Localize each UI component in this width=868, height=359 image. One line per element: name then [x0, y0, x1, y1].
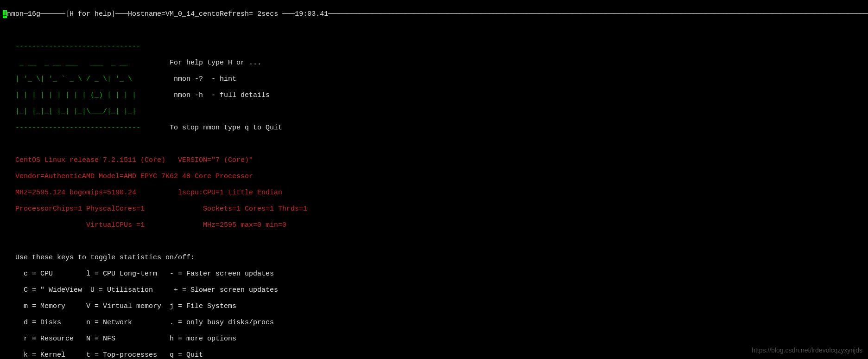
- sysinfo-mhz: MHz=2595.124 bogomips=5190.24 lscpu:CPU=…: [3, 189, 865, 197]
- nmon-logo-line: _ __ _ __ ___ ___ _ __: [3, 59, 170, 67]
- sysinfo-vcpu: VirtualCPUs =1 MHz=2595 max=0 min=0: [3, 221, 865, 230]
- help-text: To stop nmon type q to Quit: [170, 124, 282, 132]
- sysinfo-cpu: Vendor=AuthenticAMD Model=AMD EPYC 7K62 …: [3, 173, 865, 181]
- keys-row: k = Kernel t = Top-processes q = Quit: [3, 351, 865, 359]
- header-prefix: nmon─16g──────[H for help]───Hostname=: [7, 10, 165, 18]
- logo-row-5: |_| |_|_| |_| |_|\___/|_| |_|: [3, 108, 865, 116]
- nmon-logo-line: | '_ \| '_ ` _ \ / _ \| '_ \: [3, 75, 170, 83]
- nmon-logo-line: |_| |_|_| |_| |_|\___/|_| |_|: [3, 108, 170, 115]
- keys-row: r = Resource N = NFS h = more options: [3, 335, 865, 343]
- nmon-logo-line: | | | | | | | | | (_) | | | |: [3, 91, 170, 99]
- keys-row: c = CPU l = CPU Long-term - = Faster scr…: [3, 270, 865, 278]
- blank-row: [3, 237, 865, 246]
- logo-row-4: | | | | | | | | | (_) | | | | nmon -h - …: [3, 91, 865, 100]
- sysinfo-os: CentOS Linux release 7.2.1511 (Core) VER…: [3, 156, 865, 165]
- help-text: nmon -h - full details: [170, 91, 270, 99]
- blank-row: [3, 140, 865, 148]
- logo-row-6: ------------------------------ To stop n…: [3, 124, 865, 132]
- logo-border-bottom: ------------------------------: [3, 124, 170, 132]
- help-text: For help type H or ...: [170, 59, 261, 67]
- header-line: lnmon─16g──────[H for help]───Hostname=V…: [3, 10, 865, 19]
- watermark: https://blog.csdn.net/lrdevolcqzyxynjds: [752, 346, 862, 355]
- header-trailing: ────────────────────────────────────────…: [328, 10, 868, 18]
- sysinfo-proc: ProcessorChips=1 PhyscalCores=1 Sockets=…: [3, 205, 865, 213]
- keys-header: Use these keys to toggle statistics on/o…: [3, 254, 865, 262]
- logo-row-2: _ __ _ __ ___ ___ _ __ For help type H o…: [3, 59, 865, 67]
- logo-border-top: ------------------------------: [3, 43, 140, 51]
- keys-row: m = Memory V = Virtual memory j = File S…: [3, 302, 865, 311]
- keys-row: C = " WideView U = Utilisation + = Slowe…: [3, 286, 865, 295]
- nmon-terminal[interactable]: lnmon─16g──────[H for help]───Hostname=V…: [0, 0, 868, 359]
- logo-row-1: ------------------------------: [3, 43, 865, 51]
- hostname: VM_0_14_cento: [165, 10, 220, 18]
- refresh-value: 2secs ───: [253, 10, 295, 18]
- clock: 19:03.41: [295, 10, 328, 18]
- keys-row: d = Disks n = Network . = only busy disk…: [3, 319, 865, 327]
- cursor: l: [3, 10, 7, 18]
- blank-row: [3, 26, 865, 35]
- refresh-label: Refresh=: [220, 10, 253, 18]
- help-text: nmon -? - hint: [170, 75, 236, 83]
- logo-row-3: | '_ \| '_ ` _ \ / _ \| '_ \ nmon -? - h…: [3, 75, 865, 83]
